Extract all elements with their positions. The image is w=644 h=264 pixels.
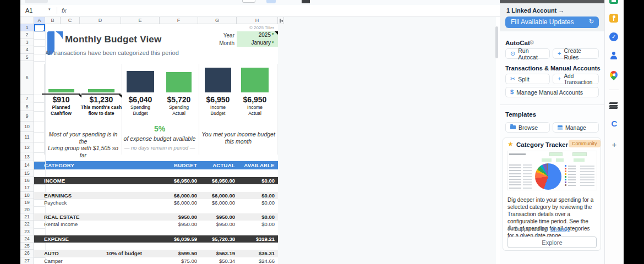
metric-value[interactable]: $6,950 bbox=[227, 95, 282, 104]
table-row-label[interactable]: AUTO bbox=[44, 250, 59, 257]
column-header-b[interactable]: B bbox=[45, 17, 61, 24]
vertical-scrollbar[interactable] bbox=[495, 26, 498, 58]
keeper-extension-icon[interactable] bbox=[609, 14, 618, 23]
row-header-13[interactable]: 13 bbox=[20, 152, 34, 161]
subtitle[interactable]: All transactions have been categorized t… bbox=[45, 50, 179, 56]
row-header-27[interactable]: 27 bbox=[20, 257, 34, 264]
row-header-3[interactable]: 3 bbox=[20, 39, 34, 46]
days-remaining-note[interactable]: — no days remain in period — bbox=[117, 145, 202, 151]
fill-updates-button[interactable]: Fill Available Updates ↻ bbox=[505, 16, 599, 28]
table-cell-available[interactable]: $0.00 bbox=[220, 199, 275, 206]
row-header-22[interactable]: 22 bbox=[20, 221, 34, 228]
manage-templates-button[interactable]: Manage bbox=[553, 122, 599, 133]
chevron-down-icon[interactable]: ▾ bbox=[48, 7, 51, 12]
month-label[interactable]: Month bbox=[198, 40, 234, 47]
row-header-19[interactable]: 19 bbox=[20, 199, 34, 206]
copilot-extension-icon[interactable]: C bbox=[610, 119, 619, 128]
year-label[interactable]: Year bbox=[198, 32, 234, 39]
table-row-label[interactable]: EXPENSE bbox=[44, 235, 69, 243]
column-header-d[interactable]: D bbox=[80, 17, 121, 24]
gear-icon[interactable]: ⚙ bbox=[529, 39, 534, 46]
row-header-1[interactable]: 1 bbox=[20, 24, 34, 31]
copyright-cell[interactable]: © 2025 Tiller bbox=[219, 25, 274, 31]
row-header-17[interactable]: 17 bbox=[20, 184, 34, 191]
table-cell-available[interactable]: $0.00 bbox=[220, 192, 275, 199]
table-row-label[interactable]: EARNINGS bbox=[44, 192, 72, 199]
row-header-25[interactable]: 25 bbox=[20, 243, 34, 250]
table-cell-available[interactable]: $0.00 bbox=[220, 213, 275, 221]
table-row-label[interactable]: REAL ESTATE bbox=[44, 213, 79, 221]
shield-check-extension-icon[interactable]: ✓ bbox=[609, 32, 618, 41]
row-header-23[interactable]: 23 bbox=[20, 228, 34, 235]
thumb-legend-dot bbox=[565, 168, 566, 169]
row-header-18[interactable]: 18 bbox=[20, 192, 34, 199]
sheets-extension-icon[interactable] bbox=[609, 0, 618, 4]
column-header-g[interactable]: G bbox=[198, 17, 237, 24]
table-row-label[interactable]: Rental Income bbox=[44, 221, 78, 228]
month-dropdown-icon[interactable]: ▾ bbox=[272, 40, 274, 45]
row-header-12[interactable]: 12 bbox=[20, 142, 34, 152]
thumb-text-line bbox=[580, 177, 594, 178]
template-card-title[interactable]: Category Tracker bbox=[516, 141, 568, 148]
page-title[interactable]: Monthly Budget View bbox=[65, 34, 161, 45]
month-cell[interactable]: January ▾ bbox=[237, 39, 278, 47]
table-cell-available[interactable]: $0.00 bbox=[220, 221, 275, 228]
table-row-note[interactable]: 10% of budget bbox=[87, 250, 142, 257]
row-header-26[interactable]: 26 bbox=[20, 250, 34, 257]
linked-account-link[interactable]: 1 Linked Account → bbox=[506, 7, 564, 14]
column-header-f[interactable]: F bbox=[160, 17, 198, 24]
table-cell-available[interactable]: $319.21 bbox=[220, 235, 275, 243]
row-header-14[interactable]: 14 bbox=[20, 161, 34, 169]
income-insight[interactable]: You met your income budget this month bbox=[199, 131, 277, 145]
row-header-7[interactable]: 7 bbox=[20, 95, 34, 102]
browse-templates-button[interactable]: Browse bbox=[505, 122, 550, 133]
row-header-6[interactable]: 6 bbox=[20, 61, 34, 95]
column-header-e[interactable]: E bbox=[121, 17, 160, 24]
manage-manual-accounts-button[interactable]: $ Manage Manual Accounts bbox=[505, 87, 599, 97]
add-transaction-button[interactable]: + Add Transaction bbox=[553, 74, 599, 84]
grid-corner[interactable] bbox=[20, 17, 34, 24]
browse-label: Browse bbox=[519, 124, 538, 131]
row-header-4[interactable]: 4 bbox=[20, 46, 34, 53]
row-header-5[interactable]: 5 bbox=[20, 54, 34, 61]
table-cell-available[interactable]: $36.31 bbox=[220, 250, 275, 257]
supported-by-row: Supported by @randy bbox=[507, 227, 596, 233]
explore-button[interactable]: Explore bbox=[507, 237, 597, 248]
frozen-marker-icon[interactable] bbox=[278, 17, 284, 24]
budget-available-caption[interactable]: of expense budget available bbox=[117, 135, 202, 142]
run-autocat-button[interactable]: ⊙ Run Autocat bbox=[505, 48, 550, 59]
create-rules-button[interactable]: + Create Rules bbox=[553, 48, 599, 59]
profile-extension-icon[interactable] bbox=[609, 51, 618, 60]
stack-extension-icon[interactable] bbox=[609, 102, 618, 109]
row-header-10[interactable]: 10 bbox=[20, 122, 34, 132]
column-header-h[interactable]: H bbox=[237, 17, 278, 24]
table-row-label[interactable]: Paycheck bbox=[44, 199, 67, 206]
spending-insight[interactable]: Most of your spending is in the Living g… bbox=[45, 131, 121, 158]
table-cell-available[interactable]: $24.66 bbox=[220, 257, 275, 264]
table-row-label[interactable]: INCOME bbox=[44, 177, 65, 184]
budget-available-percent[interactable]: 5% bbox=[121, 124, 198, 133]
table-cell-available[interactable]: $0.00 bbox=[220, 177, 275, 184]
row-header-16[interactable]: 16 bbox=[20, 177, 34, 184]
row-header-20[interactable]: 20 bbox=[20, 206, 34, 213]
column-header-c[interactable]: C bbox=[61, 17, 80, 24]
add-extension-icon[interactable]: + bbox=[610, 140, 619, 149]
year-cell[interactable]: 2025 ▾ bbox=[237, 31, 278, 39]
table-row-label[interactable]: Camper bbox=[44, 257, 63, 264]
cell-reference-box[interactable]: A1 bbox=[25, 7, 31, 15]
column-header-a[interactable]: A bbox=[34, 17, 45, 24]
toolbar-button[interactable] bbox=[242, 0, 255, 3]
toolbar-active-button[interactable] bbox=[266, 0, 276, 3]
year-dropdown-icon[interactable]: ▾ bbox=[272, 32, 274, 36]
row-header-24[interactable]: 24 bbox=[20, 235, 34, 243]
split-button[interactable]: ✂ Split bbox=[505, 74, 550, 84]
row-header-11[interactable]: 11 bbox=[20, 132, 34, 142]
row-header-21[interactable]: 21 bbox=[20, 213, 34, 221]
fill-updates-label: Fill Available Updates bbox=[511, 16, 574, 28]
metric-label: Income Actual bbox=[225, 105, 285, 116]
row-header-15[interactable]: 15 bbox=[20, 169, 34, 177]
toolbar-fill-swatch[interactable] bbox=[302, 0, 310, 3]
row-header-2[interactable]: 2 bbox=[20, 31, 34, 38]
supported-by-link[interactable]: @randy bbox=[550, 226, 570, 232]
template-thumbnail[interactable] bbox=[507, 151, 597, 190]
